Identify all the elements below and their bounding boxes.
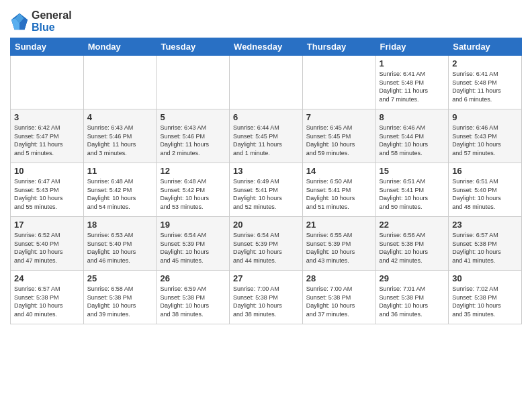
day-number-2: 2 bbox=[452, 58, 518, 68]
day-info-6: Sunrise: 6:44 AM Sunset: 5:45 PM Dayligh… bbox=[233, 124, 299, 157]
day-info-4: Sunrise: 6:43 AM Sunset: 5:46 PM Dayligh… bbox=[87, 124, 153, 157]
day-cell-9: 9Sunrise: 6:46 AM Sunset: 5:43 PM Daylig… bbox=[449, 109, 522, 163]
weekday-header-sunday: Sunday bbox=[11, 38, 84, 56]
day-info-26: Sunrise: 6:59 AM Sunset: 5:38 PM Dayligh… bbox=[160, 285, 226, 318]
header: General Blue bbox=[10, 7, 522, 34]
day-cell-26: 26Sunrise: 6:59 AM Sunset: 5:38 PM Dayli… bbox=[157, 271, 230, 324]
day-info-14: Sunrise: 6:50 AM Sunset: 5:41 PM Dayligh… bbox=[306, 177, 372, 211]
day-info-24: Sunrise: 6:57 AM Sunset: 5:38 PM Dayligh… bbox=[14, 285, 80, 318]
day-number-9: 9 bbox=[452, 112, 518, 122]
day-info-12: Sunrise: 6:48 AM Sunset: 5:42 PM Dayligh… bbox=[160, 177, 226, 211]
day-info-8: Sunrise: 6:46 AM Sunset: 5:44 PM Dayligh… bbox=[380, 124, 445, 157]
day-number-4: 4 bbox=[87, 112, 153, 122]
day-number-7: 7 bbox=[306, 112, 372, 122]
day-number-16: 16 bbox=[452, 166, 518, 176]
weekday-header-row: SundayMondayTuesdayWednesdayThursdayFrid… bbox=[11, 38, 522, 56]
day-number-23: 23 bbox=[452, 220, 518, 230]
day-number-12: 12 bbox=[160, 166, 226, 176]
day-info-5: Sunrise: 6:43 AM Sunset: 5:46 PM Dayligh… bbox=[160, 124, 226, 157]
day-info-13: Sunrise: 6:49 AM Sunset: 5:41 PM Dayligh… bbox=[233, 177, 299, 211]
day-number-20: 20 bbox=[233, 220, 299, 230]
day-cell-5: 5Sunrise: 6:43 AM Sunset: 5:46 PM Daylig… bbox=[157, 109, 230, 163]
day-cell-11: 11Sunrise: 6:48 AM Sunset: 5:42 PM Dayli… bbox=[83, 163, 157, 217]
empty-cell bbox=[230, 56, 303, 109]
empty-cell bbox=[11, 56, 84, 109]
day-cell-24: 24Sunrise: 6:57 AM Sunset: 5:38 PM Dayli… bbox=[11, 271, 84, 324]
day-number-15: 15 bbox=[380, 166, 445, 176]
day-cell-7: 7Sunrise: 6:45 AM Sunset: 5:45 PM Daylig… bbox=[302, 109, 375, 163]
day-cell-18: 18Sunrise: 6:53 AM Sunset: 5:40 PM Dayli… bbox=[83, 217, 157, 271]
day-info-29: Sunrise: 7:01 AM Sunset: 5:38 PM Dayligh… bbox=[380, 285, 445, 318]
day-info-28: Sunrise: 7:00 AM Sunset: 5:38 PM Dayligh… bbox=[306, 285, 372, 318]
main-container: General Blue SundayMondayTuesdayWednesda… bbox=[0, 0, 532, 331]
day-cell-17: 17Sunrise: 6:52 AM Sunset: 5:40 PM Dayli… bbox=[11, 217, 84, 271]
day-cell-14: 14Sunrise: 6:50 AM Sunset: 5:41 PM Dayli… bbox=[302, 163, 375, 217]
day-cell-27: 27Sunrise: 7:00 AM Sunset: 5:38 PM Dayli… bbox=[230, 271, 303, 324]
day-cell-6: 6Sunrise: 6:44 AM Sunset: 5:45 PM Daylig… bbox=[230, 109, 303, 163]
day-number-22: 22 bbox=[380, 220, 445, 230]
day-info-2: Sunrise: 6:41 AM Sunset: 5:48 PM Dayligh… bbox=[452, 70, 518, 103]
empty-cell bbox=[157, 56, 230, 109]
day-number-21: 21 bbox=[306, 220, 372, 230]
day-cell-15: 15Sunrise: 6:51 AM Sunset: 5:41 PM Dayli… bbox=[375, 163, 449, 217]
day-cell-19: 19Sunrise: 6:54 AM Sunset: 5:39 PM Dayli… bbox=[157, 217, 230, 271]
day-number-26: 26 bbox=[160, 273, 226, 283]
day-info-21: Sunrise: 6:55 AM Sunset: 5:39 PM Dayligh… bbox=[306, 231, 372, 265]
empty-cell bbox=[302, 56, 375, 109]
week-row-1: 3Sunrise: 6:42 AM Sunset: 5:47 PM Daylig… bbox=[11, 109, 522, 163]
day-info-1: Sunrise: 6:41 AM Sunset: 5:48 PM Dayligh… bbox=[380, 70, 445, 103]
day-cell-4: 4Sunrise: 6:43 AM Sunset: 5:46 PM Daylig… bbox=[83, 109, 157, 163]
week-row-4: 24Sunrise: 6:57 AM Sunset: 5:38 PM Dayli… bbox=[11, 271, 522, 324]
day-info-7: Sunrise: 6:45 AM Sunset: 5:45 PM Dayligh… bbox=[306, 124, 372, 157]
day-info-22: Sunrise: 6:56 AM Sunset: 5:38 PM Dayligh… bbox=[380, 231, 445, 265]
day-info-15: Sunrise: 6:51 AM Sunset: 5:41 PM Dayligh… bbox=[380, 177, 445, 211]
week-row-2: 10Sunrise: 6:47 AM Sunset: 5:43 PM Dayli… bbox=[11, 163, 522, 217]
day-info-20: Sunrise: 6:54 AM Sunset: 5:39 PM Dayligh… bbox=[233, 231, 299, 265]
day-info-11: Sunrise: 6:48 AM Sunset: 5:42 PM Dayligh… bbox=[87, 177, 153, 211]
day-cell-29: 29Sunrise: 7:01 AM Sunset: 5:38 PM Dayli… bbox=[375, 271, 449, 324]
weekday-header-thursday: Thursday bbox=[302, 38, 375, 56]
logo: General Blue bbox=[10, 9, 72, 34]
day-number-27: 27 bbox=[233, 273, 299, 283]
day-cell-28: 28Sunrise: 7:00 AM Sunset: 5:38 PM Dayli… bbox=[302, 271, 375, 324]
day-cell-30: 30Sunrise: 7:02 AM Sunset: 5:38 PM Dayli… bbox=[449, 271, 522, 324]
day-info-19: Sunrise: 6:54 AM Sunset: 5:39 PM Dayligh… bbox=[160, 231, 226, 265]
day-cell-1: 1Sunrise: 6:41 AM Sunset: 5:48 PM Daylig… bbox=[375, 56, 449, 109]
day-info-10: Sunrise: 6:47 AM Sunset: 5:43 PM Dayligh… bbox=[14, 177, 80, 211]
day-info-30: Sunrise: 7:02 AM Sunset: 5:38 PM Dayligh… bbox=[452, 285, 518, 318]
day-cell-8: 8Sunrise: 6:46 AM Sunset: 5:44 PM Daylig… bbox=[375, 109, 449, 163]
day-number-28: 28 bbox=[306, 273, 372, 283]
day-info-25: Sunrise: 6:58 AM Sunset: 5:38 PM Dayligh… bbox=[87, 285, 153, 318]
day-number-10: 10 bbox=[14, 166, 80, 176]
day-info-23: Sunrise: 6:57 AM Sunset: 5:38 PM Dayligh… bbox=[452, 231, 518, 265]
day-cell-13: 13Sunrise: 6:49 AM Sunset: 5:41 PM Dayli… bbox=[230, 163, 303, 217]
day-info-3: Sunrise: 6:42 AM Sunset: 5:47 PM Dayligh… bbox=[14, 124, 80, 157]
day-cell-3: 3Sunrise: 6:42 AM Sunset: 5:47 PM Daylig… bbox=[11, 109, 84, 163]
calendar-table: SundayMondayTuesdayWednesdayThursdayFrid… bbox=[10, 38, 522, 324]
week-row-0: 1Sunrise: 6:41 AM Sunset: 5:48 PM Daylig… bbox=[11, 56, 522, 109]
day-cell-25: 25Sunrise: 6:58 AM Sunset: 5:38 PM Dayli… bbox=[83, 271, 157, 324]
day-cell-16: 16Sunrise: 6:51 AM Sunset: 5:40 PM Dayli… bbox=[449, 163, 522, 217]
empty-cell bbox=[83, 56, 157, 109]
day-info-18: Sunrise: 6:53 AM Sunset: 5:40 PM Dayligh… bbox=[87, 231, 153, 265]
day-info-17: Sunrise: 6:52 AM Sunset: 5:40 PM Dayligh… bbox=[14, 231, 80, 265]
day-number-6: 6 bbox=[233, 112, 299, 122]
logo-text: General Blue bbox=[32, 9, 72, 34]
weekday-header-saturday: Saturday bbox=[449, 38, 522, 56]
day-cell-10: 10Sunrise: 6:47 AM Sunset: 5:43 PM Dayli… bbox=[11, 163, 84, 217]
weekday-header-monday: Monday bbox=[83, 38, 157, 56]
day-info-27: Sunrise: 7:00 AM Sunset: 5:38 PM Dayligh… bbox=[233, 285, 299, 318]
day-number-24: 24 bbox=[14, 273, 80, 283]
day-number-11: 11 bbox=[87, 166, 153, 176]
day-number-13: 13 bbox=[233, 166, 299, 176]
day-cell-12: 12Sunrise: 6:48 AM Sunset: 5:42 PM Dayli… bbox=[157, 163, 230, 217]
day-number-3: 3 bbox=[14, 112, 80, 122]
day-cell-2: 2Sunrise: 6:41 AM Sunset: 5:48 PM Daylig… bbox=[449, 56, 522, 109]
day-number-14: 14 bbox=[306, 166, 372, 176]
weekday-header-wednesday: Wednesday bbox=[230, 38, 303, 56]
day-number-30: 30 bbox=[452, 273, 518, 283]
day-number-17: 17 bbox=[14, 220, 80, 230]
weekday-header-friday: Friday bbox=[375, 38, 449, 56]
day-number-25: 25 bbox=[87, 273, 153, 283]
day-number-29: 29 bbox=[380, 273, 445, 283]
